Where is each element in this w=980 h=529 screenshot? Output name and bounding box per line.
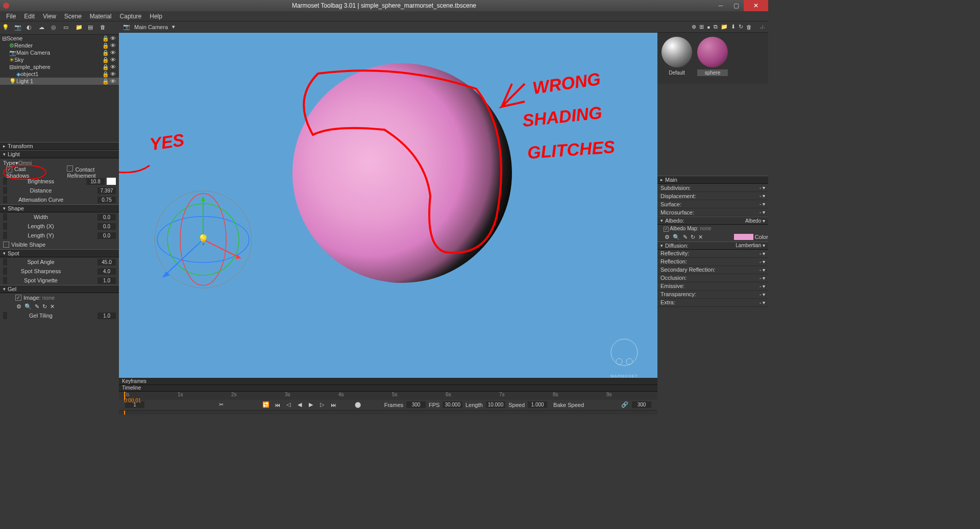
step-fwd-button[interactable]: ▷: [318, 401, 326, 409]
tree-light1[interactable]: 💡 Light 1🔒👁: [0, 78, 119, 85]
menu-file[interactable]: File: [2, 11, 20, 21]
maximize-button[interactable]: ▢: [728, 0, 744, 11]
eye-icon[interactable]: 👁: [110, 42, 116, 49]
timeline-header[interactable]: Timeline: [119, 385, 657, 392]
shape-header[interactable]: ▾Shape: [0, 204, 119, 212]
duplicate-icon[interactable]: ⧉: [714, 23, 718, 30]
add-light-icon[interactable]: 💡: [2, 24, 10, 32]
material-sphere[interactable]: sphere: [697, 37, 728, 80]
edit-icon[interactable]: ✎: [683, 234, 688, 241]
tree-scene-root[interactable]: ⊟ Scene 🔒👁: [0, 35, 119, 42]
refresh-icon[interactable]: ↻: [691, 234, 695, 241]
transparency-row[interactable]: Transparency:- ▾: [657, 291, 768, 299]
menu-edit[interactable]: Edit: [20, 11, 39, 21]
bake-speed-button[interactable]: Bake Speed: [553, 402, 584, 408]
length-x-row[interactable]: Length (X)0.0: [0, 222, 119, 231]
eye-icon[interactable]: 👁: [110, 57, 116, 63]
sphere-preview-icon[interactable]: ●: [707, 24, 710, 30]
viewport-dropdown-icon[interactable]: ▾: [172, 23, 175, 30]
gear-icon[interactable]: ⚙: [16, 303, 21, 310]
albedo-section[interactable]: ▾Albedo:Albedo ▾: [657, 217, 768, 225]
tree-main-camera[interactable]: 📷 Main Camera🔒👁: [0, 49, 119, 56]
lock-icon[interactable]: 🔒: [102, 57, 109, 63]
microsurface-row[interactable]: Microsurface:- ▾: [657, 208, 768, 217]
step-back-button[interactable]: ◁: [284, 401, 292, 409]
viewport-3d[interactable]: 💡 YES WRONG SHADING GLITCHES: [119, 33, 657, 378]
visible-shape-row[interactable]: Visible Shape: [0, 240, 119, 249]
minimize-button[interactable]: ─: [713, 0, 728, 11]
gel-image-checkbox[interactable]: ✓: [15, 295, 21, 301]
eye-icon[interactable]: 👁: [110, 35, 116, 42]
loop-button[interactable]: 🔁: [262, 401, 270, 409]
spot-angle-row[interactable]: Spot Angle45.0: [0, 257, 119, 267]
scene-tree[interactable]: ⊟ Scene 🔒👁 ⚙ Render🔒👁 📷 Main Camera🔒👁 ☀ …: [0, 35, 119, 142]
timeline-track[interactable]: [119, 410, 657, 415]
extra-row[interactable]: Extra:- ▾: [657, 299, 768, 307]
contact-refinement-checkbox[interactable]: [67, 165, 73, 172]
eye-icon[interactable]: 👁: [110, 64, 116, 70]
material-default[interactable]: Default: [662, 37, 692, 80]
edit-icon[interactable]: ✎: [35, 303, 39, 310]
subdivision-row[interactable]: Subdivision:- ▾: [657, 184, 768, 192]
new-scene-icon[interactable]: ▤: [88, 24, 96, 32]
grid-icon[interactable]: ⊞: [699, 23, 704, 30]
skip-end-button[interactable]: ⏭: [329, 401, 337, 409]
add-material-icon[interactable]: ⊕: [692, 23, 696, 30]
length-field[interactable]: 10.000: [486, 401, 506, 408]
cast-shadows-checkbox[interactable]: ✓: [6, 166, 12, 173]
lock-icon[interactable]: 🔒: [102, 50, 109, 56]
fps-field[interactable]: 30.000: [443, 401, 462, 408]
diffusion-section[interactable]: ▾Diffusion:Lambertian ▾: [657, 242, 768, 250]
menu-view[interactable]: View: [39, 11, 60, 21]
search-icon[interactable]: 🔍: [24, 303, 32, 310]
displacement-row[interactable]: Displacement:- ▾: [657, 192, 768, 200]
frame-end-field[interactable]: 300: [632, 401, 651, 408]
lock-icon[interactable]: 🔒: [102, 71, 109, 78]
camera-icon[interactable]: 📷: [123, 23, 130, 30]
occlusion-row[interactable]: Occlusion:- ▾: [657, 274, 768, 282]
refresh-icon[interactable]: ↻: [739, 23, 743, 30]
eye-icon[interactable]: 👁: [110, 71, 116, 78]
add-camera-icon[interactable]: 📷: [14, 24, 22, 32]
gear-icon[interactable]: ⚙: [665, 234, 670, 241]
frames-field[interactable]: 300: [406, 401, 426, 408]
play-button[interactable]: ▶: [307, 401, 315, 409]
albedo-color-swatch[interactable]: [734, 234, 753, 240]
brightness-row[interactable]: Brightness10.8: [0, 177, 119, 186]
add-group-icon[interactable]: ▭: [63, 24, 71, 32]
transform-header[interactable]: ▸Transform: [0, 142, 119, 150]
albedo-map-row[interactable]: ✓ Albedo Map: none: [657, 225, 768, 233]
sort-icon[interactable]: -/-: [760, 24, 765, 30]
tree-object1[interactable]: ◈ object1🔒👁: [0, 70, 119, 78]
record-button[interactable]: ⬤: [354, 401, 362, 409]
play-back-button[interactable]: ◀: [296, 401, 304, 409]
menu-capture[interactable]: Capture: [116, 11, 146, 21]
light-color-swatch[interactable]: [107, 178, 116, 185]
keyframes-header[interactable]: Keyframes: [119, 378, 657, 385]
width-row[interactable]: Width0.0: [0, 212, 119, 222]
timeline-ruler[interactable]: 0s 1s 2s 3s 4s 5s 6s 7s 8s 9s 0:00.01: [119, 392, 657, 400]
menu-material[interactable]: Material: [86, 11, 116, 21]
tree-render[interactable]: ⚙ Render🔒👁: [0, 42, 119, 49]
menu-help[interactable]: Help: [145, 11, 166, 21]
sphere-object[interactable]: [292, 63, 512, 283]
add-folder-icon[interactable]: 📁: [76, 24, 84, 32]
lock-icon[interactable]: 🔒: [102, 42, 109, 49]
surface-row[interactable]: Surface:- ▾: [657, 200, 768, 208]
eye-icon[interactable]: 👁: [110, 50, 116, 56]
trash-icon[interactable]: 🗑: [746, 24, 752, 30]
add-turntable-icon[interactable]: ◎: [51, 24, 59, 32]
search-icon[interactable]: 🔍: [673, 234, 680, 241]
length-y-row[interactable]: Length (Y)0.0: [0, 231, 119, 240]
menu-scene[interactable]: Scene: [60, 11, 86, 21]
lock-icon[interactable]: 🔒: [102, 35, 109, 42]
spot-header[interactable]: ▾Spot: [0, 249, 119, 257]
delete-icon[interactable]: 🗑: [100, 24, 108, 32]
import-icon[interactable]: ⬇: [731, 23, 736, 30]
tree-simple-sphere[interactable]: ⊟ simple_sphere🔒👁: [0, 63, 119, 70]
tree-sky[interactable]: ☀ Sky🔒👁: [0, 56, 119, 63]
spot-sharpness-row[interactable]: Spot Sharpness4.0: [0, 267, 119, 276]
light-header[interactable]: ▾Light: [0, 150, 119, 158]
cut-button[interactable]: ✂: [217, 401, 225, 409]
attenuation-row[interactable]: Attenuation Curve0.75: [0, 195, 119, 204]
